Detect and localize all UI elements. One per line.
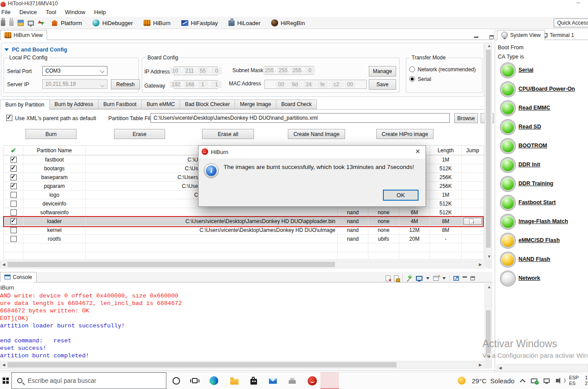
status-link-image-flash-match[interactable]: Image-Flash Match <box>518 218 568 224</box>
erase-all-button[interactable]: Erase all <box>202 129 254 139</box>
task-view-icon[interactable] <box>192 378 198 383</box>
device-icon[interactable] <box>289 380 296 384</box>
status-link-ddr-training[interactable]: DDR Training <box>518 180 553 187</box>
toolbar-button-hiburn[interactable]: HiBurn <box>143 20 171 26</box>
tab-console[interactable]: Console <box>0 272 37 282</box>
tab-burn-by-address[interactable]: Burn by Address <box>50 99 99 109</box>
status-link-read-emmc[interactable]: Read EMMC <box>518 105 550 111</box>
row-checkbox[interactable] <box>11 236 17 242</box>
dropdown-caret-icon[interactable] <box>442 277 446 279</box>
table-row-kernel[interactable]: kernelC:\Users\vicente\Desktop\JamesDonk… <box>4 226 484 235</box>
scroll-left-icon[interactable]: ◀ <box>2 363 5 367</box>
row-checkbox[interactable] <box>11 183 17 189</box>
toolbar-button-hiloader[interactable]: HiLoader <box>228 20 261 26</box>
row-checkbox[interactable] <box>11 201 17 207</box>
minimize-icon[interactable] <box>463 276 467 280</box>
row-checkbox[interactable] <box>11 174 17 180</box>
scroll-thumb[interactable] <box>7 362 397 367</box>
menu-tool[interactable]: Tool <box>41 7 61 17</box>
section-header[interactable]: PC and Board Config <box>4 47 67 53</box>
sun-icon[interactable] <box>458 377 466 385</box>
clear-console-icon[interactable] <box>386 275 390 281</box>
transfer-arrows-icon[interactable] <box>38 20 44 26</box>
toolbar-button-hiregbin[interactable]: HiRegBin <box>271 19 305 26</box>
tab-burn-fastboot[interactable]: Burn Fastboot <box>99 99 142 109</box>
erase-button[interactable]: Erase <box>114 129 165 139</box>
scroll-right-icon[interactable]: ▶ <box>479 263 482 267</box>
serial-port-select[interactable]: COM3 <box>42 66 107 76</box>
save-button[interactable]: Save <box>369 79 396 90</box>
open-console-icon[interactable] <box>433 276 439 281</box>
cortana-icon[interactable] <box>173 377 180 385</box>
store-icon[interactable] <box>250 379 257 385</box>
row-checkbox[interactable] <box>11 227 17 233</box>
toolbar-button-hidebugger[interactable]: HiDebugger <box>92 19 132 26</box>
scroll-thumb[interactable] <box>486 50 491 248</box>
row-checkbox[interactable] <box>11 209 17 216</box>
dialog-title-bar[interactable]: HiBurn ✕ <box>198 146 426 158</box>
speaker-icon[interactable] <box>556 379 559 382</box>
menu-window[interactable]: Window <box>61 7 90 17</box>
weather-text[interactable]: 29°C Soleado <box>472 377 514 385</box>
radio-network[interactable] <box>409 66 415 72</box>
row-checkbox[interactable] <box>11 218 17 224</box>
create-nand-image-button[interactable]: Create Nand Image <box>288 129 345 139</box>
status-link-read-sd[interactable]: Read SD <box>518 124 541 130</box>
check-all-icon[interactable]: ✔ <box>11 147 16 154</box>
status-link-cpu-board-power-on[interactable]: CPU/Board Power-On <box>518 86 575 92</box>
close-icon[interactable]: ✕ <box>415 148 420 155</box>
main-vertical-scrollbar[interactable]: ▲ ▼ <box>485 42 492 261</box>
taskbar-search-box[interactable]: Escribe aquí para buscar <box>11 372 166 389</box>
status-link-nand-flash[interactable]: NAND Flash <box>518 256 550 262</box>
menu-device[interactable]: Device <box>15 7 41 17</box>
radio-serial[interactable] <box>409 76 415 82</box>
toolbar-button-hifastplay[interactable]: HiFastplay <box>181 20 218 26</box>
maximize-icon[interactable] <box>470 276 475 280</box>
clock[interactable]: 16 27/0 <box>585 375 588 386</box>
partition-table-file-input[interactable]: C:\Users\vicente\Desktop\JamesDonkey HD … <box>151 113 450 123</box>
tab-burn-emmc[interactable]: Burn eMMC <box>142 99 180 109</box>
scroll-up-icon[interactable]: ▲ <box>487 44 491 48</box>
serial-connect-icon[interactable] <box>1 20 5 26</box>
edge-icon[interactable] <box>209 376 218 385</box>
pin-console-icon[interactable] <box>406 275 412 281</box>
board-config-icon[interactable] <box>18 20 24 26</box>
status-link-emmc-sd-flash[interactable]: eMMC/SD Flash <box>518 237 560 243</box>
table-row-rootfs[interactable]: rootfsnandubifs20M- <box>4 235 484 243</box>
scroll-up-icon[interactable]: ▲ <box>487 285 491 289</box>
row-checkbox[interactable] <box>11 192 17 198</box>
main-horizontal-scrollbar[interactable]: ◀ ▶ <box>0 261 484 268</box>
console-vertical-scrollbar[interactable]: ▲ ▼ <box>485 283 492 361</box>
tab-burn-by-partition[interactable]: Burn by Partition <box>0 99 50 110</box>
manage-button[interactable]: Manage <box>369 66 396 77</box>
file-explorer-icon[interactable] <box>230 379 239 385</box>
quick-access-box[interactable]: Quick Access <box>554 18 588 27</box>
scroll-left-icon[interactable]: ◀ <box>499 366 502 370</box>
use-xml-path-checkbox[interactable] <box>6 115 12 121</box>
status-link-serial[interactable]: Serial <box>518 67 533 73</box>
export-log-icon[interactable] <box>453 276 459 281</box>
scroll-left-icon[interactable]: ◀ <box>2 263 5 267</box>
row-checkbox[interactable] <box>11 165 17 172</box>
serial-disconnect-icon[interactable] <box>9 20 14 26</box>
scroll-down-icon[interactable]: ▼ <box>487 355 491 359</box>
menu-file[interactable]: File <box>0 7 15 17</box>
window-minimize-button[interactable]: ─ <box>577 0 580 5</box>
remote-terminal-icon[interactable] <box>28 21 34 26</box>
menu-help[interactable]: Help <box>90 7 110 17</box>
display-console-icon[interactable] <box>416 276 423 281</box>
view-maximize-icon[interactable] <box>489 35 494 39</box>
right-horizontal-scrollbar[interactable]: ◀ <box>496 364 588 371</box>
ok-button[interactable]: OK <box>383 190 419 201</box>
tab-board-check[interactable]: Board Check <box>276 99 317 109</box>
refresh-button[interactable]: Refresh <box>111 79 140 89</box>
start-button-icon[interactable] <box>3 378 5 380</box>
scroll-right-icon[interactable]: ▶ <box>479 363 482 367</box>
hiburn-taskbar-icon[interactable] <box>308 376 317 385</box>
tray-chevron-icon[interactable] <box>520 379 526 385</box>
status-link-ddr-init[interactable]: DDR Init <box>518 161 540 168</box>
jump-icon[interactable] <box>463 218 482 225</box>
status-link-bootrom[interactable]: BOOTROM <box>518 143 547 149</box>
console-horizontal-scrollbar[interactable]: ◀ ▶ <box>0 361 484 369</box>
tab-hiburn-view[interactable]: HiBurn View <box>0 30 47 40</box>
